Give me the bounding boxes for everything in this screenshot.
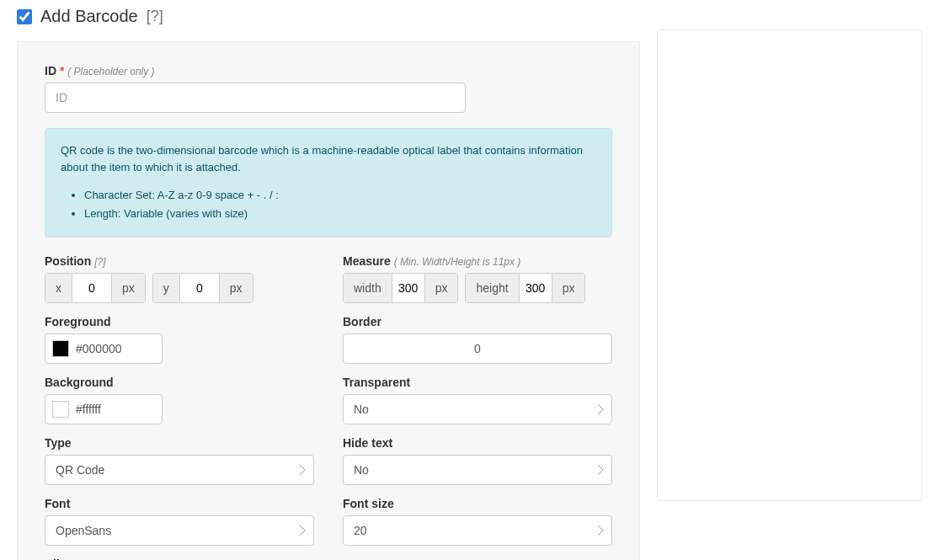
barcode-settings-panel: ID * ( Placeholder only ) QR code is the… xyxy=(17,41,640,560)
position-x-group: x px xyxy=(45,273,146,303)
transparent-select[interactable]: No xyxy=(343,394,612,424)
foreground-value: #000000 xyxy=(76,342,122,355)
font-size-select[interactable]: 20 xyxy=(343,515,612,546)
font-size-label: Font size xyxy=(343,497,612,510)
color-swatch-icon xyxy=(52,401,69,418)
hide-text-label: Hide text xyxy=(343,436,612,450)
id-hint: ( Placeholder only ) xyxy=(67,66,154,77)
info-bullet: Length: Variable (varies with size) xyxy=(84,205,596,222)
position-y-input[interactable] xyxy=(180,274,219,302)
foreground-color-input[interactable]: #000000 xyxy=(45,333,163,364)
px-addon: px xyxy=(424,274,458,302)
height-addon: height xyxy=(466,274,519,302)
info-list: Character Set: A-Z a-z 0-9 space + - . /… xyxy=(61,187,596,221)
width-addon: width xyxy=(344,274,392,302)
info-box: QR code is the two-dimensional barcode w… xyxy=(45,128,612,237)
background-label: Background xyxy=(45,376,314,389)
font-select[interactable]: OpenSans xyxy=(45,515,314,546)
foreground-label: Foreground xyxy=(45,315,314,328)
type-label: Type xyxy=(45,436,314,450)
measure-hint: ( Min. Width/Height is 11px ) xyxy=(394,256,521,268)
section-header: Add Barcode [?] xyxy=(17,0,640,41)
section-title: Add Barcode xyxy=(40,7,138,26)
background-value: #ffffff xyxy=(76,403,101,416)
help-icon[interactable]: [?] xyxy=(147,8,163,25)
font-label: Font xyxy=(45,497,314,510)
info-text: QR code is the two-dimensional barcode w… xyxy=(61,142,596,175)
info-bullet: Character Set: A-Z a-z 0-9 space + - . /… xyxy=(84,187,596,204)
background-color-input[interactable]: #ffffff xyxy=(45,394,163,424)
measure-label: Measure ( Min. Width/Height is 11px ) xyxy=(343,254,612,268)
px-addon: px xyxy=(111,274,145,302)
color-swatch-icon xyxy=(52,340,69,357)
position-label: Position [?] xyxy=(45,254,314,268)
id-input[interactable] xyxy=(45,83,466,113)
measure-width-group: width px xyxy=(343,273,458,303)
help-icon[interactable]: [?] xyxy=(94,256,105,268)
transparent-label: Transparent xyxy=(343,376,612,389)
position-x-input[interactable] xyxy=(72,274,111,302)
position-y-group: y px xyxy=(152,273,253,303)
x-addon: x xyxy=(45,274,72,302)
measure-height-group: height px xyxy=(465,273,585,303)
hide-text-select[interactable]: No xyxy=(343,455,612,485)
border-label: Border xyxy=(343,315,612,328)
y-addon: y xyxy=(153,274,180,302)
id-label: ID * ( Placeholder only ) xyxy=(45,64,612,77)
border-input[interactable] xyxy=(343,333,612,364)
height-input[interactable] xyxy=(520,274,552,302)
px-addon: px xyxy=(552,274,585,302)
width-input[interactable] xyxy=(392,274,424,302)
px-addon: px xyxy=(219,274,253,302)
add-barcode-checkbox[interactable] xyxy=(17,9,32,24)
required-mark: * xyxy=(60,64,64,77)
preview-panel xyxy=(657,29,922,501)
type-select[interactable]: QR Code xyxy=(45,455,314,485)
